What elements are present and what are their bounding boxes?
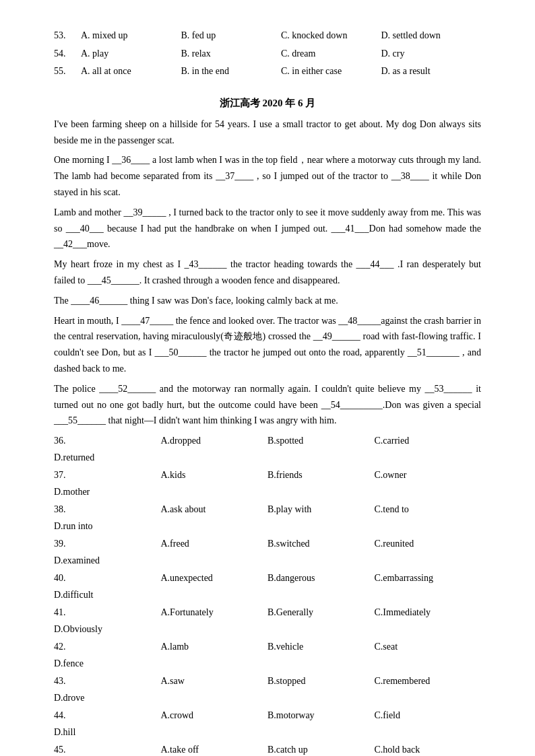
question-number: 41. <box>54 605 161 621</box>
question-row: 41.A.FortunatelyB.GenerallyC.Immediately… <box>54 605 481 638</box>
option: A.dropped <box>161 433 268 450</box>
question-row: 38.A.ask aboutB.play withC.tend toD.run … <box>54 502 481 535</box>
option: B.spotted <box>268 433 375 450</box>
option: A.saw <box>161 673 268 690</box>
question-number: 37. <box>54 467 161 484</box>
option: A. mixed up <box>81 27 181 45</box>
passage-paragraph: The police ____52______ and the motorway… <box>54 381 481 429</box>
option: A.freed <box>161 536 268 553</box>
option: A.crowd <box>161 708 268 724</box>
option: C.tend to <box>375 502 482 518</box>
question-number: 36. <box>54 433 161 450</box>
top-question-row: 54.A. playB. relaxC. dreamD. cry <box>54 45 481 63</box>
question-row: 36.A.droppedB.spottedC.carriedD.returned <box>54 433 481 466</box>
question-number: 42. <box>54 639 161 656</box>
option: B.play with <box>268 502 375 518</box>
option: D. as a result <box>381 63 482 81</box>
option: D.mother <box>54 484 161 501</box>
option: C.seat <box>375 639 482 656</box>
passage-paragraph: The ____46______ thing I saw was Don's f… <box>54 293 481 309</box>
option: C.Immediately <box>375 605 482 621</box>
option: C.reunited <box>375 536 482 553</box>
top-question-row: 55.A. all at onceB. in the endC. in eith… <box>54 63 481 81</box>
option: A.ask about <box>161 502 268 518</box>
option: C. dream <box>281 45 381 63</box>
option: A.unexpected <box>161 570 268 587</box>
option: D.examined <box>54 553 161 570</box>
question-options: A. all at onceB. in the endC. in either … <box>81 63 481 81</box>
option: C. in either case <box>281 63 381 81</box>
option: B. fed up <box>181 27 282 45</box>
option: C.carried <box>375 433 482 450</box>
question-options: A. playB. relaxC. dreamD. cry <box>81 45 481 63</box>
option: D.run into <box>54 518 161 535</box>
option: C.hold back <box>375 742 482 756</box>
question-number: 38. <box>54 502 161 518</box>
option: D. cry <box>381 45 482 63</box>
question-row: 42.A.lambB.vehicleC.seatD.fence <box>54 639 481 672</box>
passage-paragraph: My heart froze in my chest as I _43_____… <box>54 256 481 289</box>
option: D. settled down <box>381 27 482 45</box>
question-number: 39. <box>54 536 161 553</box>
option: C.embarrassing <box>375 570 482 587</box>
option: B.catch up <box>268 742 375 756</box>
question-options: A. mixed upB. fed upC. knocked downD. se… <box>81 27 481 45</box>
option: A.kids <box>161 467 268 484</box>
option: D.returned <box>54 450 161 467</box>
option: A. play <box>81 45 181 63</box>
passage-section: I've been farming sheep on a hillside fo… <box>54 116 481 429</box>
option: B.motorway <box>268 708 375 724</box>
option: C.owner <box>375 467 482 484</box>
option: B.stopped <box>268 673 375 690</box>
question-row: 44.A.crowdB.motorwayC.fieldD.hill <box>54 708 481 741</box>
question-number: 40. <box>54 570 161 587</box>
question-number: 44. <box>54 708 161 724</box>
question-row: 45.A.take offB.catch upC.hold backD.get … <box>54 742 481 756</box>
option: C. knocked down <box>281 27 381 45</box>
option: D.Obviously <box>54 621 161 638</box>
option: B.switched <box>268 536 375 553</box>
passage-paragraph: I've been farming sheep on a hillside fo… <box>54 116 481 149</box>
option: D.hill <box>54 724 161 741</box>
question-number: 45. <box>54 742 161 756</box>
passage-paragraph: One morning I __36____ a lost lamb when … <box>54 152 481 200</box>
question-row: 40.A.unexpectedB.dangerousC.embarrassing… <box>54 570 481 603</box>
option: B.friends <box>268 467 375 484</box>
top-questions-section: 53.A. mixed upB. fed upC. knocked downD.… <box>54 27 481 81</box>
option: A.take off <box>161 742 268 756</box>
passage-paragraph: Heart in mouth, I ____47_____ the fence … <box>54 313 481 377</box>
option: D.fence <box>54 656 161 673</box>
passage-paragraph: Lamb and mother __39_____ , I turned bac… <box>54 205 481 252</box>
question-number: 54. <box>54 45 81 63</box>
option: A. all at once <box>81 63 181 81</box>
question-number: 55. <box>54 63 81 81</box>
option: A.lamb <box>161 639 268 656</box>
questions-section: 36.A.droppedB.spottedC.carriedD.returned… <box>54 433 481 756</box>
section-header: 浙江高考 2020 年 6 月 <box>54 97 481 110</box>
question-row: 37.A.kidsB.friendsC.ownerD.mother <box>54 467 481 500</box>
option: D.drove <box>54 690 161 707</box>
option: A.Fortunately <box>161 605 268 621</box>
option: B. relax <box>181 45 282 63</box>
question-row: 39.A.freedB.switchedC.reunitedD.examined <box>54 536 481 569</box>
question-number: 53. <box>54 27 81 45</box>
option: B.Generally <box>268 605 375 621</box>
question-row: 43.A.sawB.stoppedC.rememberedD.drove <box>54 673 481 706</box>
option: B. in the end <box>181 63 282 81</box>
option: D.difficult <box>54 587 161 604</box>
question-number: 43. <box>54 673 161 690</box>
option: B.dangerous <box>268 570 375 587</box>
option: C.remembered <box>375 673 482 690</box>
top-question-row: 53.A. mixed upB. fed upC. knocked downD.… <box>54 27 481 45</box>
option: B.vehicle <box>268 639 375 656</box>
option: C.field <box>375 708 482 724</box>
